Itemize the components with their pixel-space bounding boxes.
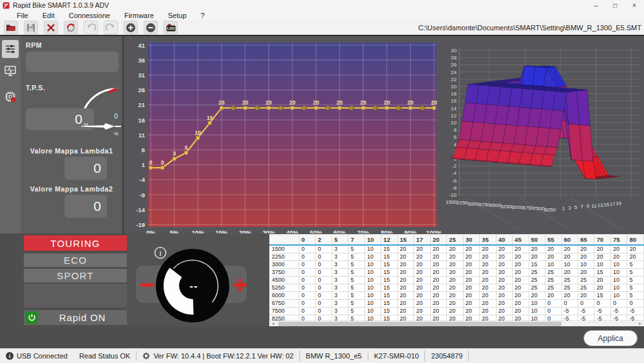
map-cell[interactable]: 20 <box>562 268 578 276</box>
map-cell[interactable]: 3 <box>332 260 348 268</box>
map-cell[interactable]: 0 <box>578 299 594 307</box>
map-cell[interactable]: 20 <box>414 307 430 315</box>
map-point[interactable] <box>385 106 388 110</box>
map-cell[interactable]: 20 <box>496 291 512 299</box>
map-cell[interactable]: 10 <box>365 245 381 253</box>
map-cell[interactable]: 0 <box>316 284 332 291</box>
map-cell[interactable]: 20 <box>496 268 512 276</box>
undo-button[interactable] <box>84 21 98 34</box>
map-cell[interactable]: 0 <box>562 299 578 307</box>
map-cell[interactable]: 10 <box>365 291 381 299</box>
map-point[interactable] <box>161 166 164 170</box>
sync-maps-button[interactable] <box>64 21 78 34</box>
map-cell[interactable]: 20 <box>414 291 430 299</box>
map-cell[interactable]: 0 <box>627 299 644 307</box>
map-cell[interactable]: 20 <box>529 291 545 299</box>
map-cell[interactable]: 20 <box>513 291 529 299</box>
rpm-row-header[interactable]: 6000 <box>270 291 299 299</box>
map-cell[interactable]: 20 <box>447 276 463 284</box>
map-cell[interactable]: 20 <box>611 253 627 260</box>
tps-column-header[interactable]: 12 <box>381 235 397 245</box>
map-cell[interactable]: 20 <box>480 284 496 291</box>
map-point[interactable] <box>314 106 317 110</box>
map-cell[interactable]: 10 <box>529 299 545 307</box>
map-cell[interactable]: 20 <box>480 291 496 299</box>
map-point[interactable] <box>338 106 341 110</box>
map-cell[interactable]: 20 <box>496 307 512 315</box>
map-cell[interactable]: 20 <box>496 299 512 307</box>
map-cell[interactable]: 20 <box>463 245 479 253</box>
tps-column-header[interactable]: 50 <box>529 235 545 245</box>
map-cell[interactable]: 10 <box>611 276 627 284</box>
map-cell[interactable]: 3 <box>332 268 348 276</box>
map-point[interactable] <box>362 106 365 110</box>
map-cell[interactable]: 0 <box>316 291 332 299</box>
map-cell[interactable]: 20 <box>594 284 611 291</box>
map-cell[interactable]: 15 <box>381 260 397 268</box>
map-cell[interactable]: 10 <box>365 307 381 315</box>
rpm-row-header[interactable]: 4500 <box>270 276 299 284</box>
tps-column-header[interactable]: 20 <box>430 235 446 245</box>
map-cell[interactable]: -5 <box>594 307 611 315</box>
map-cell[interactable]: 3 <box>332 307 348 315</box>
map-cell[interactable]: -5 <box>578 307 594 315</box>
map-cell[interactable]: 20 <box>496 284 512 291</box>
map-cell[interactable]: 20 <box>513 284 529 291</box>
zoom-out-button[interactable] <box>144 21 158 34</box>
map-cell[interactable]: 20 <box>414 260 430 268</box>
map-cell[interactable]: 10 <box>594 260 611 268</box>
delete-map-button[interactable] <box>44 21 58 34</box>
map-cell[interactable]: 3 <box>332 276 348 284</box>
map-cell[interactable]: 20 <box>529 253 545 260</box>
rpm-row-header[interactable]: 3000 <box>270 260 299 268</box>
map-cell[interactable]: 10 <box>578 260 594 268</box>
map-cell[interactable]: 3 <box>332 253 348 260</box>
map-cell[interactable]: 20 <box>480 268 496 276</box>
map-cell[interactable]: 20 <box>447 245 463 253</box>
tps-column-header[interactable]: 15 <box>397 235 413 245</box>
tps-column-header[interactable]: 5 <box>332 235 348 245</box>
map-cell[interactable]: -5 <box>562 307 578 315</box>
map-cell[interactable]: 20 <box>414 253 430 260</box>
apply-button[interactable]: Applica <box>583 330 638 346</box>
map-cell[interactable]: 0 <box>299 291 316 299</box>
tps-column-header[interactable]: 45 <box>513 235 529 245</box>
menu-connessione[interactable]: Connessione <box>69 12 110 19</box>
map-cell[interactable]: 20 <box>414 245 430 253</box>
map-cell[interactable]: 0 <box>299 276 316 284</box>
map-cell[interactable]: 25 <box>562 276 578 284</box>
map-cell[interactable]: 10 <box>611 260 627 268</box>
map-cell[interactable]: 15 <box>381 245 397 253</box>
map-point[interactable] <box>243 106 247 110</box>
map-cell[interactable]: 20 <box>430 268 446 276</box>
map-cell[interactable]: 20 <box>578 291 594 299</box>
close-button[interactable]: × <box>625 2 644 9</box>
map-cell[interactable]: 20 <box>397 299 413 307</box>
map-cell[interactable]: 0 <box>316 245 332 253</box>
map-cell[interactable]: 5 <box>348 299 365 307</box>
map-cell[interactable]: 0 <box>316 276 332 284</box>
map-cell[interactable]: 10 <box>611 284 627 291</box>
map-cell[interactable]: 5 <box>627 276 644 284</box>
dial-minus-button[interactable] <box>140 283 153 287</box>
map-cell[interactable]: 20 <box>594 245 611 253</box>
map-cell[interactable]: 20 <box>480 260 496 268</box>
map-cell[interactable]: 10 <box>365 276 381 284</box>
menu-edit[interactable]: Edit <box>43 12 55 19</box>
mode-button-sport[interactable]: SPORT <box>24 269 127 282</box>
rpm-row-header[interactable]: 5250 <box>270 284 299 291</box>
map-cell[interactable]: 20 <box>480 276 496 284</box>
map-cell[interactable]: 20 <box>562 253 578 260</box>
map-cell[interactable]: 20 <box>545 291 562 299</box>
map-cell[interactable]: 20 <box>463 276 479 284</box>
map-cell[interactable]: 20 <box>397 268 413 276</box>
map-cell[interactable]: 0 <box>545 307 562 315</box>
map-cell[interactable]: 20 <box>447 284 463 291</box>
maximize-button[interactable]: □ <box>605 2 625 9</box>
rpm-row-header[interactable]: 3750 <box>270 268 299 276</box>
map-cell[interactable]: -5 <box>627 307 644 315</box>
map-cell[interactable]: 25 <box>545 268 562 276</box>
mode-button-touring[interactable]: TOURING <box>24 235 127 251</box>
map-cell[interactable]: 20 <box>513 268 529 276</box>
map-cell[interactable]: 15 <box>381 268 397 276</box>
